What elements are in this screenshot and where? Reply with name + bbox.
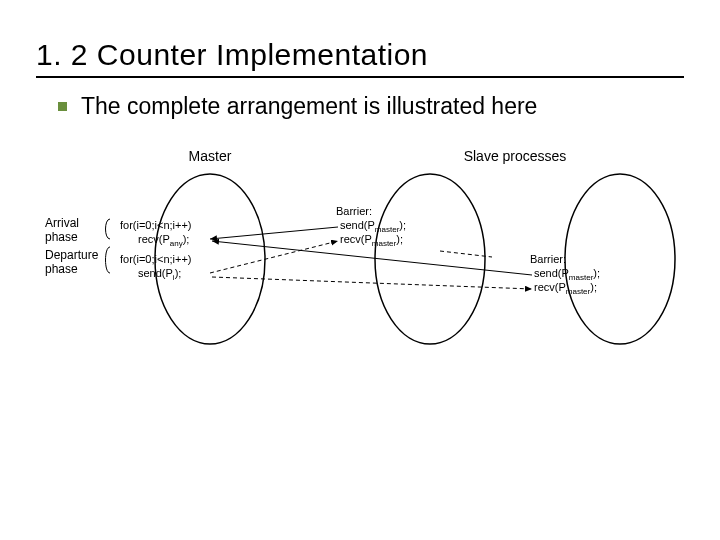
svg-text:for(i=0;i<n;i++): for(i=0;i<n;i++): [120, 253, 192, 265]
phase-brace: [106, 219, 111, 273]
slave-label: Slave processes: [464, 148, 567, 164]
slave1-barrier: Barrier: send(Pmaster); recv(Pmaster);: [336, 205, 406, 248]
slave-ellipse-1: [375, 174, 485, 344]
slave2-barrier: Barrier: send(Pmaster); recv(Pmaster);: [530, 253, 600, 296]
svg-text:for(i=0;i<n;i++): for(i=0;i<n;i++): [120, 219, 192, 231]
master-label: Master: [189, 148, 232, 164]
counter-diagram: Master Slave processes Arrival phase Dep…: [40, 139, 680, 399]
svg-text:recv(Pany);: recv(Pany);: [138, 233, 189, 248]
svg-text:recv(Pmaster);: recv(Pmaster);: [534, 281, 597, 296]
svg-text:Barrier:: Barrier:: [336, 205, 372, 217]
arrival-label: Arrival: [45, 216, 79, 230]
bullet-text: The complete arrangement is illustrated …: [81, 92, 537, 121]
phase-label-1: phase: [45, 230, 78, 244]
title-underline: [36, 76, 684, 78]
arrow-recv-s1: [210, 241, 338, 273]
phase-label-2: phase: [45, 262, 78, 276]
departure-label: Departure: [45, 248, 99, 262]
page-title: 1. 2 Counter Implementation: [36, 38, 684, 72]
svg-text:send(Pi);: send(Pi);: [138, 267, 181, 282]
arrow-send-s1: [210, 227, 338, 239]
svg-text:Barrier:: Barrier:: [530, 253, 566, 265]
slave-ellipse-2: [565, 174, 675, 344]
bullet-icon: [58, 102, 67, 111]
svg-text:send(Pmaster);: send(Pmaster);: [340, 219, 406, 234]
svg-text:recv(Pmaster);: recv(Pmaster);: [340, 233, 403, 248]
